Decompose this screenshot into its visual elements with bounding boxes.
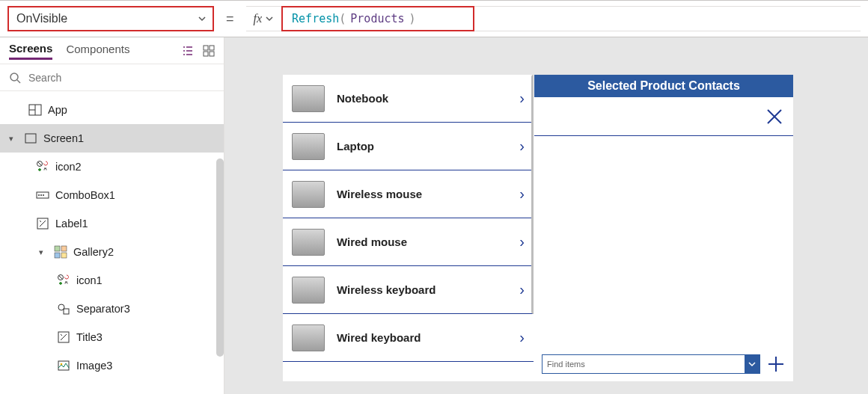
- search-icon: [9, 72, 21, 84]
- tree-node-separator3[interactable]: Separator3: [0, 295, 224, 323]
- svg-point-11: [43, 194, 44, 196]
- label-icon: [57, 330, 70, 344]
- formula-input[interactable]: Refresh( Products ): [281, 6, 474, 31]
- tree-node-label: ComboBox1: [55, 189, 115, 201]
- formula-function: Refresh: [292, 12, 339, 25]
- grid-view-icon[interactable]: [203, 45, 215, 57]
- svg-rect-14: [61, 246, 67, 251]
- add-icon[interactable]: [766, 354, 786, 374]
- tree-node-label: icon1: [76, 274, 103, 286]
- svg-point-22: [61, 363, 63, 366]
- gallery-item[interactable]: Wireless keyboard ›: [283, 266, 534, 314]
- product-title: Wireless mouse: [337, 188, 507, 200]
- tree-tabs: Screens Components: [0, 37, 224, 64]
- gallery[interactable]: Notebook › Laptop › Wireless mouse › Wir…: [283, 75, 534, 381]
- detail-footer: Find items: [534, 347, 793, 381]
- formula-bar: OnVisible = fx Refresh( Products ): [0, 0, 868, 37]
- tree-node-label: Screen1: [43, 132, 84, 144]
- tree-node-icon2[interactable]: icon2: [0, 153, 224, 181]
- tree-node-label: Image3: [76, 360, 112, 372]
- chevron-down-icon: [198, 14, 207, 23]
- detail-pane: Selected Product Contacts Find items: [534, 75, 793, 381]
- product-title: Wired mouse: [337, 236, 507, 248]
- tree-node-label1[interactable]: Label1: [0, 209, 224, 238]
- screen-icon: [24, 132, 37, 145]
- svg-rect-2: [204, 52, 208, 56]
- collapse-icon[interactable]: ▾: [9, 134, 18, 144]
- list-view-icon[interactable]: [182, 45, 194, 57]
- formula-identifier: Products: [350, 12, 404, 25]
- svg-point-10: [40, 194, 42, 196]
- svg-rect-0: [204, 46, 208, 50]
- detail-body: [534, 136, 793, 347]
- tree-node-image3[interactable]: Image3: [0, 351, 224, 380]
- svg-point-9: [38, 194, 40, 196]
- tree-node-label: App: [48, 104, 67, 116]
- tree-view-panel: Screens Components: [0, 37, 224, 394]
- label-icon: [36, 217, 49, 230]
- tree-node-combobox1[interactable]: ComboBox1: [0, 181, 224, 209]
- gallery-item[interactable]: Wired mouse ›: [283, 218, 534, 266]
- svg-rect-15: [55, 253, 60, 258]
- find-items-combobox[interactable]: Find items: [542, 354, 760, 374]
- svg-rect-1: [210, 46, 214, 50]
- tab-screens[interactable]: Screens: [9, 42, 52, 60]
- tab-components[interactable]: Components: [66, 43, 129, 58]
- tree-node-app[interactable]: App: [0, 96, 224, 124]
- gallery-item[interactable]: Laptop ›: [283, 123, 534, 170]
- formula-input-wrap: fx Refresh( Products ): [246, 6, 861, 31]
- tree-node-gallery2[interactable]: ▾ Gallery2: [0, 238, 224, 266]
- detail-header: Selected Product Contacts: [534, 75, 793, 97]
- svg-rect-3: [210, 52, 214, 56]
- icon-control-icon: [57, 274, 70, 287]
- gallery-item[interactable]: Notebook ›: [283, 75, 534, 123]
- chevron-down-icon: [745, 355, 760, 373]
- chevron-right-icon: ›: [519, 90, 525, 107]
- property-selector[interactable]: OnVisible: [7, 6, 214, 31]
- gallery-item[interactable]: Wireless mouse ›: [283, 170, 534, 218]
- screen-artboard: Notebook › Laptop › Wireless mouse › Wir…: [283, 75, 793, 381]
- chevron-right-icon: ›: [519, 138, 525, 155]
- gallery-icon: [54, 245, 67, 259]
- svg-rect-6: [25, 134, 36, 143]
- detail-toolbar: [534, 97, 793, 136]
- product-thumbnail: [292, 85, 325, 112]
- chevron-right-icon: ›: [519, 233, 525, 250]
- svg-rect-16: [61, 253, 67, 258]
- chevron-right-icon: ›: [519, 281, 525, 298]
- icon-control-icon: [36, 160, 49, 173]
- gallery-item[interactable]: Wired keyboard ›: [283, 314, 534, 362]
- svg-rect-13: [55, 246, 60, 251]
- separator-icon: [57, 302, 70, 315]
- app-icon: [28, 103, 42, 117]
- tree-node-label: Separator3: [76, 303, 130, 315]
- equals-sign: =: [226, 11, 234, 27]
- chevron-right-icon: ›: [519, 329, 525, 346]
- tree-node-label: Gallery2: [73, 246, 114, 258]
- svg-point-4: [10, 73, 18, 81]
- tree: App ▾ Screen1 icon2: [0, 91, 224, 394]
- tree-node-screen1[interactable]: ▾ Screen1: [0, 124, 224, 153]
- product-thumbnail: [292, 324, 325, 351]
- product-title: Wired keyboard: [337, 331, 507, 344]
- tree-node-title3[interactable]: Title3: [0, 323, 224, 351]
- product-title: Laptop: [337, 140, 507, 153]
- tree-search[interactable]: [0, 64, 224, 91]
- canvas[interactable]: Notebook › Laptop › Wireless mouse › Wir…: [224, 37, 868, 394]
- scrollbar[interactable]: [216, 158, 224, 357]
- fx-icon: fx: [254, 12, 263, 25]
- chevron-right-icon: ›: [519, 185, 525, 203]
- tree-node-label: icon2: [55, 161, 82, 173]
- product-title: Notebook: [337, 92, 507, 105]
- close-icon[interactable]: [765, 107, 784, 126]
- property-selector-value: OnVisible: [16, 12, 67, 25]
- combobox-icon: [36, 188, 49, 202]
- image-icon: [57, 359, 70, 372]
- tree-node-icon1[interactable]: icon1: [0, 266, 224, 295]
- product-thumbnail: [292, 133, 325, 160]
- chevron-down-icon[interactable]: [265, 14, 274, 23]
- product-title: Wireless keyboard: [337, 283, 507, 296]
- collapse-icon[interactable]: ▾: [39, 247, 48, 257]
- tree-node-label: Label1: [55, 218, 88, 230]
- search-input[interactable]: [28, 72, 215, 84]
